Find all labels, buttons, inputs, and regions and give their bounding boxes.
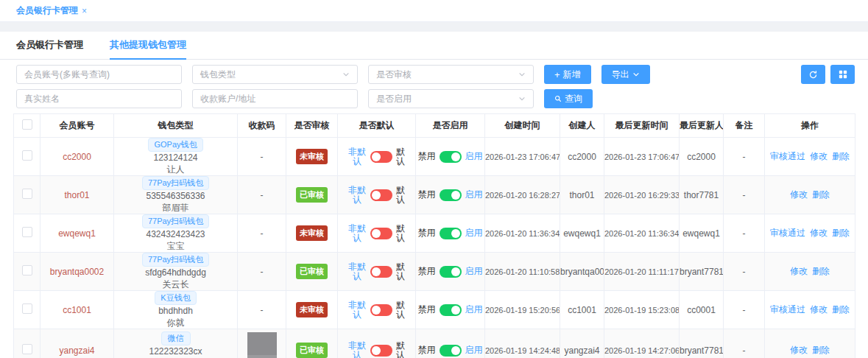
enable-toggle[interactable] (440, 151, 462, 163)
column-header-3: 收款码 (238, 114, 286, 138)
action-link[interactable]: 修改 (790, 189, 808, 200)
add-button[interactable]: + 新增 (544, 65, 591, 84)
wallet-real-name: 关云长 (114, 279, 237, 290)
qr-code-image[interactable] (247, 332, 277, 358)
action-link[interactable]: 审核通过 (770, 228, 805, 238)
audit-status-select[interactable]: 是否审核 (368, 65, 534, 84)
audit-status-badge: 已审核 (296, 264, 328, 279)
row-checkbox[interactable] (22, 303, 32, 314)
action-link[interactable]: 审核通过 (770, 151, 805, 161)
created-by-cell: yangzai4 (560, 329, 604, 358)
updated-by-cell: cc0001 (680, 291, 724, 329)
qr-code-cell: - (238, 253, 286, 291)
default-on-label: 默认 (396, 262, 406, 281)
action-link[interactable]: 修改 (790, 266, 808, 276)
updated-time-cell: 2026-01-19 14:27:06 (604, 329, 680, 358)
column-header-5: 是否默认 (338, 114, 416, 138)
created-time-cell: 2026-01-19 15:20:56 (485, 291, 560, 329)
remark-cell: - (724, 291, 765, 329)
payee-account-input[interactable] (192, 89, 358, 108)
updated-by-cell: ewqewq1 (680, 214, 724, 253)
action-link[interactable]: 删除 (832, 228, 850, 238)
table-row: yangzai4微信122232323cx恐龙抗狼狠狠已审核非默认默认禁用启用2… (14, 329, 855, 358)
column-header-4: 是否审核 (286, 114, 338, 138)
enable-on-label: 启用 (465, 189, 483, 201)
action-link[interactable]: 修改 (810, 228, 828, 238)
tab-member-bank-card[interactable]: 会员银行卡管理 (16, 38, 83, 59)
created-time-cell: 2026-01-20 16:28:27 (485, 176, 560, 214)
default-off-label: 非默认 (348, 224, 367, 242)
action-link[interactable]: 修改 (810, 151, 828, 161)
member-account-link[interactable]: cc1001 (63, 305, 91, 315)
table-row: cc1001K豆钱包bhdhhdh你就-未审核非默认默认禁用启用2026-01-… (14, 291, 855, 329)
top-tab-member-bank-card[interactable]: 会员银行卡管理 × (16, 4, 87, 17)
default-on-label: 默认 (396, 147, 406, 166)
row-checkbox[interactable] (22, 265, 32, 275)
row-checkbox[interactable] (22, 227, 32, 237)
default-toggle[interactable] (370, 151, 392, 163)
updated-time-cell: 2026-01-20 11:11:17 (604, 253, 680, 291)
enable-toggle[interactable] (440, 228, 462, 239)
real-name-input[interactable] (16, 89, 182, 108)
action-link[interactable]: 修改 (810, 304, 828, 315)
enable-toggle[interactable] (440, 345, 462, 357)
column-settings-button[interactable] (830, 65, 855, 84)
created-by-cell: cc2000 (560, 138, 604, 176)
close-icon[interactable]: × (82, 6, 87, 16)
default-toggle[interactable] (370, 266, 392, 278)
action-link[interactable]: 删除 (812, 189, 830, 200)
default-toggle[interactable] (370, 189, 392, 201)
search-button-label: 查询 (565, 93, 582, 105)
tab-other-withdraw-wallet[interactable]: 其他提现钱包管理 (110, 38, 186, 60)
audit-status-badge: 未审核 (296, 302, 328, 317)
member-account-input[interactable] (16, 65, 182, 84)
enable-toggle[interactable] (440, 266, 462, 278)
enable-toggle[interactable] (440, 304, 462, 316)
enable-toggle[interactable] (440, 189, 462, 201)
actions-cell: 修改删除 (765, 176, 855, 214)
row-checkbox[interactable] (22, 344, 32, 354)
default-on-label: 默认 (396, 186, 406, 204)
table-header-row: 会员账号钱包类型收款码是否审核是否默认是否启用创建时间创建人最后更新时间最后更新… (14, 114, 855, 138)
enabled-select[interactable]: 是否启用 (368, 89, 534, 108)
action-link[interactable]: 审核通过 (770, 304, 805, 315)
remark-cell: - (724, 138, 765, 176)
row-checkbox[interactable] (22, 189, 32, 199)
action-link[interactable]: 删除 (832, 304, 850, 315)
default-on-label: 默认 (396, 301, 406, 319)
member-account-link[interactable]: cc2000 (63, 152, 91, 162)
default-toggle[interactable] (370, 345, 392, 357)
wallet-account-number: 122232323cx (114, 346, 237, 357)
refresh-icon (808, 70, 818, 80)
member-account-link[interactable]: ewqewq1 (58, 228, 96, 239)
member-account-link[interactable]: yangzai4 (59, 345, 94, 356)
action-link[interactable]: 删除 (812, 266, 830, 276)
default-toggle[interactable] (370, 228, 392, 239)
default-off-label: 非默认 (348, 341, 367, 358)
column-header-10: 最后更新人 (680, 114, 724, 138)
wallet-account-number: 123124124 (114, 152, 237, 164)
column-header-8: 创建人 (560, 114, 604, 138)
action-link[interactable]: 修改 (790, 345, 808, 355)
action-link[interactable]: 删除 (812, 345, 830, 355)
add-button-label: 新增 (563, 69, 581, 81)
search-button[interactable]: 查询 (544, 89, 593, 108)
member-account-link[interactable]: thor01 (64, 190, 89, 200)
wallet-type-tag: 微信 (161, 331, 191, 345)
row-checkbox[interactable] (22, 150, 32, 161)
select-all-checkbox[interactable] (22, 119, 32, 130)
wallet-type-select[interactable]: 钱包类型 (192, 65, 358, 84)
updated-time-cell: 2026-01-20 16:29:33 (604, 176, 680, 214)
updated-time-cell: 2026-01-19 15:23:08 (604, 291, 680, 329)
chevron-down-icon (518, 95, 526, 102)
tags-view-bar: 会员银行卡管理 × (0, 0, 868, 22)
wallet-table: 会员账号钱包类型收款码是否审核是否默认是否启用创建时间创建人最后更新时间最后更新… (13, 113, 855, 358)
export-button[interactable]: 导出 (601, 65, 650, 84)
default-off-label: 非默认 (348, 186, 367, 204)
action-link[interactable]: 删除 (832, 151, 850, 161)
refresh-button[interactable] (801, 65, 825, 84)
enable-off-label: 禁用 (418, 303, 436, 316)
member-account-link[interactable]: bryantqa0002 (50, 267, 104, 277)
top-tab-label: 会员银行卡管理 (16, 4, 78, 17)
default-toggle[interactable] (370, 304, 392, 316)
